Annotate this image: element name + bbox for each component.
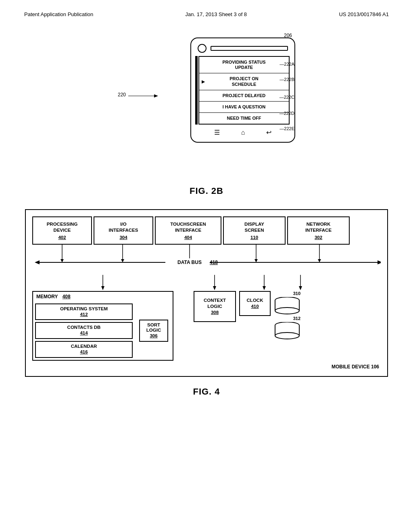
fig2b-caption: FIG. 2B: [190, 186, 223, 196]
block-io-interfaces: I/OINTERFACES 304: [94, 216, 153, 245]
ref-408: 408: [63, 294, 71, 299]
top-blocks-row: PROCESSINGDEVICE 402 I/OINTERFACES 304 T…: [32, 216, 381, 245]
back-icon: ⌂: [241, 129, 245, 136]
databus-svg: DATA BUS 418: [32, 245, 381, 275]
ref-304: 304: [97, 235, 150, 241]
right-blocks-row: CONTEXTLOGIC 308 CLOCK 410 310: [194, 291, 323, 340]
svg-point-45: [275, 332, 299, 339]
fig4-diagram: PROCESSINGDEVICE 402 I/OINTERFACES 304 T…: [25, 209, 388, 377]
block-clock: CLOCK 410: [239, 291, 271, 316]
svg-marker-2: [154, 94, 158, 98]
menu-icon: ↩: [266, 129, 271, 136]
fig4-caption: FIG. 4: [193, 387, 220, 397]
storage-stack: 310 312: [274, 291, 300, 340]
svg-marker-25: [101, 286, 104, 290]
svg-marker-20: [378, 260, 381, 264]
svg-text:DATA BUS: DATA BUS: [177, 260, 202, 265]
ref-110: 110: [226, 235, 282, 241]
ref-310: 310: [293, 291, 300, 296]
memory-header: MEMORY 408: [33, 292, 173, 301]
ref-222a: —222A: [280, 62, 294, 66]
menu-item-222d: I HAVE A QUESTION: [199, 102, 289, 113]
drum1-svg: [274, 297, 300, 315]
svg-marker-19: [35, 260, 40, 264]
block-contacts-db: CONTACTS DB 414: [35, 322, 133, 339]
ref-414: 414: [38, 330, 129, 336]
ref-402: 402: [35, 235, 89, 241]
ref-412: 412: [38, 312, 129, 318]
block-processing-device: PROCESSINGDEVICE 402: [32, 216, 92, 245]
ref-222b: —222B: [280, 77, 294, 82]
svg-marker-13: [254, 259, 258, 262]
ref-222c: —222C: [280, 95, 294, 100]
header-center: Jan. 17, 2013 Sheet 3 of 8: [186, 11, 247, 17]
block-context-logic: CONTEXTLOGIC 308: [194, 291, 236, 322]
ref-310-label: 310: [293, 291, 300, 296]
ref-308: 308: [197, 310, 233, 316]
menu-side-bar: [195, 56, 198, 125]
memory-body: OPERATING SYSTEM 412 CONTACTS DB 414 CAL…: [33, 301, 173, 360]
svg-marker-31: [263, 286, 266, 290]
phone-top-bar: [195, 44, 290, 53]
ref-222e: —222E: [280, 126, 294, 131]
ref-106: 106: [371, 364, 379, 370]
menu-item-222c: PROJECT DELAYED: [199, 90, 289, 102]
memory-block: MEMORY 408 OPERATING SYSTEM 412 CONTACTS…: [32, 291, 173, 361]
memory-arrow-svg: [32, 275, 173, 291]
memory-left-col: OPERATING SYSTEM 412 CONTACTS DB 414 CAL…: [33, 301, 135, 360]
svg-text:418: 418: [210, 260, 218, 265]
svg-marker-28: [213, 286, 216, 290]
block-sort-logic: SORTLOGIC 306: [139, 320, 168, 342]
block-display-screen: DISPLAYSCREEN 110: [223, 216, 286, 245]
sort-logic-area: SORTLOGIC 306: [135, 301, 173, 360]
page-header: Patent Application Publication Jan. 17, …: [0, 0, 413, 21]
right-arrows-svg: [194, 275, 323, 291]
block-operating-system: OPERATING SYSTEM 412: [35, 303, 133, 320]
menu-item-222a: PROVIDING STATUSUPDATE: [199, 57, 289, 73]
svg-marker-34: [299, 286, 302, 290]
fig4-section: PROCESSINGDEVICE 402 I/OINTERFACES 304 T…: [0, 209, 413, 406]
mobile-device-label: MOBILE DEVICE 106: [32, 364, 381, 370]
header-left: Patent Application Publication: [24, 11, 93, 17]
menu-area: PROVIDING STATUSUPDATE ▶ PROJECT ONSCHED…: [195, 56, 290, 125]
phone-camera-icon: [198, 44, 206, 53]
home-icon: ☰: [214, 129, 220, 136]
ref-416: 416: [38, 349, 129, 355]
ref-410: 410: [242, 303, 267, 310]
menu-item-222e: NEED TIME OFF: [199, 113, 289, 124]
memory-section: MEMORY 408 OPERATING SYSTEM 412 CONTACTS…: [32, 275, 173, 361]
phone-speaker-bar: [211, 46, 288, 51]
svg-marker-4: [60, 259, 64, 262]
right-side: CONTEXTLOGIC 308 CLOCK 410 310: [194, 275, 323, 340]
svg-marker-7: [121, 259, 124, 262]
phone-bottom-bar: ☰ ⌂ ↩: [195, 125, 290, 138]
ref-312-label: 312: [293, 316, 300, 321]
block-network-interface: NETWORKINTERFACE 302: [287, 216, 350, 245]
menu-items: PROVIDING STATUSUPDATE ▶ PROJECT ONSCHED…: [198, 56, 290, 125]
drum2-svg: [274, 322, 300, 340]
fig2b-section: 206 PROVIDING STATUSUPDATE: [0, 21, 413, 209]
ref-222d: —222D: [280, 111, 294, 116]
block-calendar: CALENDAR 416: [35, 341, 133, 358]
svg-point-40: [275, 308, 299, 314]
databus-section: DATA BUS 418: [32, 245, 381, 275]
selected-arrow: ▶: [202, 79, 205, 84]
ref-404: 404: [158, 235, 218, 241]
svg-marker-16: [318, 259, 321, 262]
bottom-content: MEMORY 408 OPERATING SYSTEM 412 CONTACTS…: [32, 275, 381, 361]
ref-302: 302: [290, 235, 346, 241]
ref-306: 306: [150, 333, 157, 339]
ref-312: 312: [293, 316, 300, 321]
header-right: US 2013/0017846 A1: [339, 11, 389, 17]
phone-diagram: PROVIDING STATUSUPDATE ▶ PROJECT ONSCHED…: [158, 37, 295, 143]
block-touchscreen-interface: TOUCHSCREENINTERFACE 404: [155, 216, 221, 245]
menu-item-222b: ▶ PROJECT ONSCHEDULE: [199, 73, 289, 90]
ref-220-arrow: [118, 92, 162, 104]
